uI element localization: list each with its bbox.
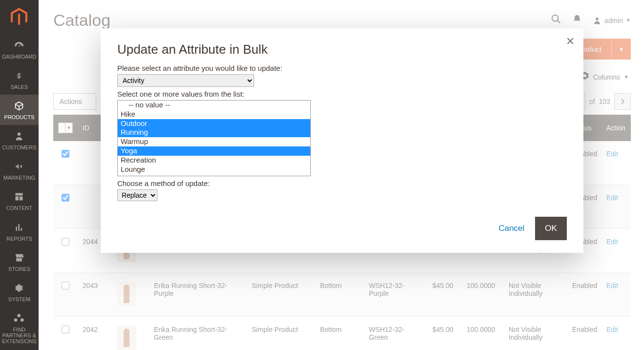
sidebar-item-marketing[interactable]: MARKETING xyxy=(0,155,39,185)
values-label: Select one or more values from the list: xyxy=(117,90,567,98)
sidebar-item-dashboard[interactable]: DASHBOARD xyxy=(0,34,39,64)
sidebar-item-label: SYSTEM xyxy=(8,296,30,302)
gear-icon xyxy=(14,283,24,293)
multiselect-option[interactable]: Yoga xyxy=(118,146,310,156)
attribute-select[interactable]: Activity xyxy=(117,74,254,87)
multiselect-option[interactable]: -- no value -- xyxy=(118,101,310,110)
sidebar-item-content[interactable]: CONTENT xyxy=(0,185,39,216)
multiselect-option[interactable]: Lounge xyxy=(118,165,310,174)
multiselect-option[interactable]: Recreation xyxy=(118,156,310,165)
method-label: Choose a method of update: xyxy=(117,179,567,187)
multiselect-option[interactable]: Warmup xyxy=(118,137,310,146)
values-multiselect[interactable]: -- no value --HikeOutdoorRunningWarmupYo… xyxy=(117,100,311,176)
cube-icon xyxy=(14,101,24,111)
sidebar-item-products[interactable]: PRODUCTS xyxy=(0,95,39,125)
sidebar-item-label: CUSTOMERS xyxy=(2,144,36,150)
main-content: Catalog admin ▼ Add Product ▼ Columns xyxy=(39,0,644,350)
sidebar-item-label: DASHBOARD xyxy=(2,54,37,60)
sidebar-item-label: CONTENT xyxy=(6,205,32,211)
sidebar-item-label: FIND PARTNERS & EXTENSIONS xyxy=(2,327,37,344)
person-icon xyxy=(14,131,24,142)
sidebar-item-reports[interactable]: REPORTS xyxy=(0,216,39,247)
sidebar-item-customers[interactable]: CUSTOMERS xyxy=(0,125,39,155)
sidebar-item-label: STORES xyxy=(8,266,30,272)
cancel-button[interactable]: Cancel xyxy=(498,224,524,233)
sidebar-item-find[interactable]: FIND PARTNERS & EXTENSIONS xyxy=(0,307,39,349)
multiselect-option[interactable]: Hike xyxy=(118,110,310,119)
sidebar-item-label: PRODUCTS xyxy=(4,114,35,120)
sidebar-item-label: SALES xyxy=(11,84,28,90)
dollar-icon xyxy=(14,70,24,81)
sidebar-item-sales[interactable]: SALES xyxy=(0,64,39,95)
svg-point-0 xyxy=(18,133,21,136)
modal-title: Update an Attribute in Bulk xyxy=(117,42,567,57)
chart-icon xyxy=(14,222,24,233)
sidebar-item-label: MARKETING xyxy=(3,175,35,181)
ok-button[interactable]: OK xyxy=(535,217,567,240)
magento-logo xyxy=(0,0,39,34)
store-icon xyxy=(14,252,24,263)
sidebar-item-label: REPORTS xyxy=(6,236,32,242)
sidebar-item-system[interactable]: SYSTEM xyxy=(0,277,39,307)
bulk-attribute-modal: ✕ Update an Attribute in Bulk Please sel… xyxy=(101,28,583,253)
megaphone-icon xyxy=(14,161,24,172)
layout-icon xyxy=(14,191,24,202)
sidebar-item-stores[interactable]: STORES xyxy=(0,247,39,277)
admin-sidebar: DASHBOARDSALESPRODUCTSCUSTOMERSMARKETING… xyxy=(0,0,39,350)
multiselect-option[interactable]: Outdoor xyxy=(118,119,310,128)
method-select[interactable]: Replace xyxy=(117,189,157,201)
gauge-icon xyxy=(14,40,24,51)
close-icon[interactable]: ✕ xyxy=(566,35,575,48)
blocks-icon xyxy=(14,313,24,324)
attribute-label: Please select an attribute you would lik… xyxy=(117,64,567,72)
multiselect-option[interactable]: Running xyxy=(118,128,310,137)
